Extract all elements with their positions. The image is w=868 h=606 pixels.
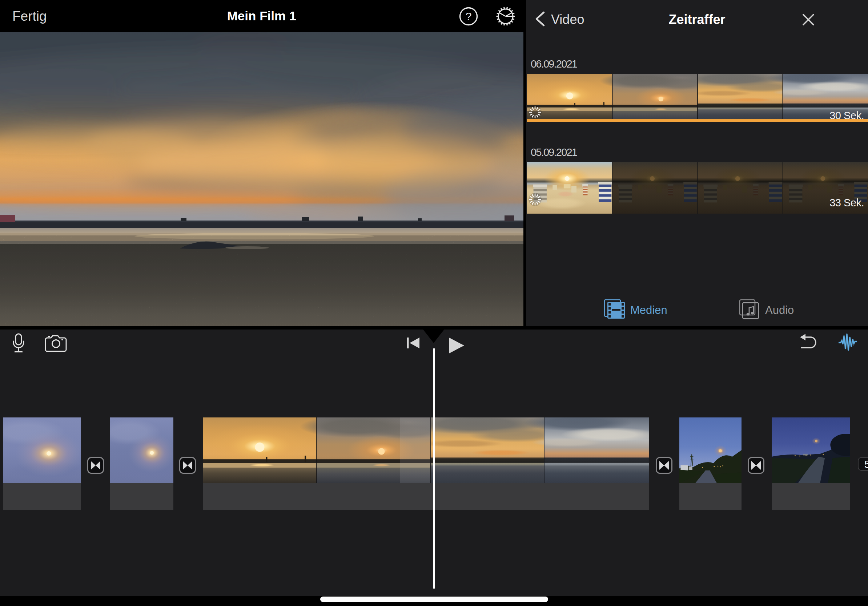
svg-text:?: ? bbox=[466, 10, 472, 22]
